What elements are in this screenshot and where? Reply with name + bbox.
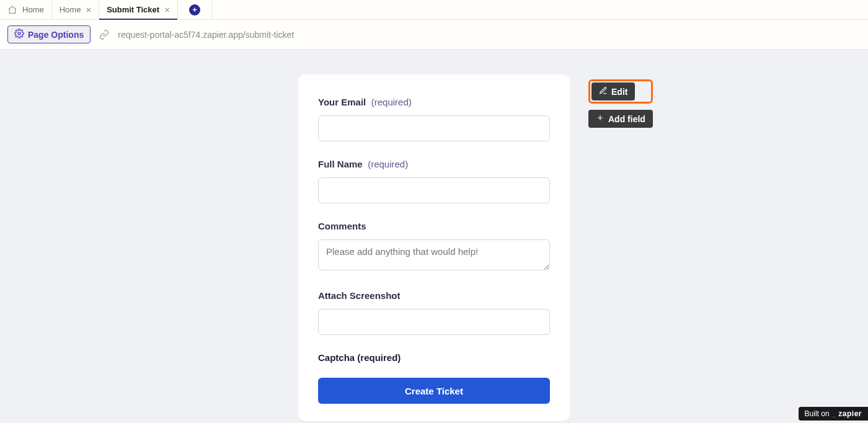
built-on-badge: Built on _zapier [799, 407, 868, 421]
plus-icon: + [189, 4, 200, 16]
page-options-label: Page Options [28, 30, 84, 40]
tab-home-root[interactable]: Home [0, 0, 52, 19]
field-comments: Comments [318, 221, 550, 273]
zapier-logo-mark: _ [832, 409, 836, 418]
field-name: Full Name (required) [318, 159, 550, 203]
page-options-button[interactable]: Page Options [7, 25, 91, 43]
field-label: Comments [318, 221, 366, 231]
form-card: Your Email (required) Full Name (require… [298, 74, 570, 421]
field-screenshot: Attach Screenshot [318, 290, 550, 335]
tab-bar: Home Home × Submit Ticket × + [0, 0, 868, 20]
plus-icon [596, 114, 604, 124]
tab-label: Home [60, 5, 81, 14]
canvas: Your Email (required) Full Name (require… [0, 50, 868, 423]
page-url: request-portal-ac5f74.zapier.app/submit-… [118, 30, 294, 40]
pencil-icon [599, 86, 608, 97]
name-input[interactable] [318, 177, 550, 203]
gear-icon [14, 29, 24, 40]
field-label: Full Name [318, 159, 363, 169]
tab-label: Submit Ticket [107, 5, 159, 14]
edit-highlight: Edit [588, 79, 653, 104]
submit-button[interactable]: Create Ticket [318, 378, 550, 404]
close-icon[interactable]: × [86, 4, 91, 15]
svg-point-0 [18, 32, 20, 35]
email-input[interactable] [318, 115, 550, 141]
tab-home[interactable]: Home × [52, 0, 99, 19]
form-side-controls: Edit Add field [588, 79, 653, 128]
close-icon[interactable]: × [164, 4, 170, 15]
tab-submit-ticket[interactable]: Submit Ticket × [99, 0, 178, 19]
comments-input[interactable] [318, 239, 550, 270]
tab-home-root-label: Home [22, 5, 44, 14]
required-text: (required) [368, 159, 408, 169]
screenshot-input[interactable] [318, 309, 550, 335]
link-icon [99, 30, 109, 40]
field-email: Your Email (required) [318, 97, 550, 141]
built-on-text: Built on [805, 409, 830, 418]
edit-label: Edit [611, 87, 627, 97]
captcha-label: Captcha (required) [318, 352, 550, 363]
field-label: Your Email [318, 97, 366, 107]
home-icon [7, 5, 17, 15]
toolbar: Page Options request-portal-ac5f74.zapie… [0, 20, 868, 50]
required-text: (required) [371, 97, 412, 107]
zapier-logo-text: zapier [838, 409, 862, 418]
edit-button[interactable]: Edit [591, 82, 635, 100]
add-field-label: Add field [608, 114, 645, 124]
add-tab[interactable]: + [178, 0, 212, 19]
field-label: Attach Screenshot [318, 290, 401, 301]
add-field-button[interactable]: Add field [588, 110, 653, 128]
